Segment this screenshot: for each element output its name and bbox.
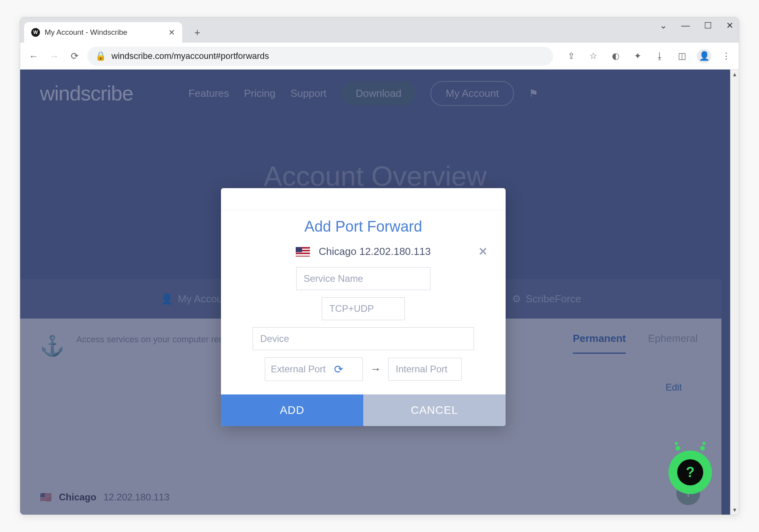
share-icon[interactable]: ⇪ [564, 49, 578, 63]
arrow-right-icon: → [370, 363, 381, 375]
protocol-select[interactable] [322, 297, 405, 320]
external-port-input[interactable] [271, 364, 330, 375]
modal-location-text: Chicago 12.202.180.113 [319, 245, 430, 258]
add-port-forward-modal: Add Port Forward Chicago 12.202.180.113 … [221, 188, 506, 426]
browser-toolbar: ← → ⟳ 🔒 windscribe.com/myaccount#portfor… [20, 43, 739, 70]
ports-row: ⟳ → [237, 357, 490, 381]
window-controls: ⌄ — ☐ ✕ [660, 21, 733, 31]
internal-port-input[interactable] [388, 358, 462, 381]
close-icon[interactable]: ✕ [726, 21, 733, 31]
minimize-icon[interactable]: — [681, 21, 690, 31]
modal-footer: ADD CANCEL [221, 394, 506, 426]
extension-windscribe-icon[interactable]: ◐ [608, 49, 623, 63]
url-text: windscribe.com/myaccount#portforwards [111, 51, 269, 61]
forward-button[interactable]: → [46, 48, 62, 64]
scrollbar-vertical[interactable]: ▲ ▼ [730, 70, 739, 515]
support-chat-button[interactable]: ? [668, 451, 712, 494]
modal-header [221, 188, 506, 210]
tab-title: My Account - Windscribe [45, 28, 164, 37]
maximize-icon[interactable]: ☐ [704, 21, 712, 31]
modal-title: Add Port Forward [237, 218, 490, 235]
viewport: windscribe Features Pricing Support Down… [20, 70, 739, 515]
tab-close-icon[interactable]: ✕ [168, 28, 175, 37]
side-panel-icon[interactable]: ◫ [675, 49, 689, 63]
new-tab-button[interactable]: + [189, 25, 205, 40]
flag-us-icon [296, 247, 310, 257]
extensions-icon[interactable]: ✦ [631, 49, 645, 63]
modal-location-row: Chicago 12.202.180.113 ✕ [237, 245, 490, 258]
scroll-down-icon[interactable]: ▼ [732, 505, 738, 515]
menu-icon[interactable]: ⋮ [719, 49, 733, 63]
downloads-icon[interactable]: ⭳ [653, 49, 667, 63]
profile-icon[interactable]: 👤 [697, 49, 711, 63]
favicon-icon: W [31, 28, 40, 37]
cancel-button[interactable]: CANCEL [363, 394, 506, 426]
address-bar[interactable]: 🔒 windscribe.com/myaccount#portforwards [87, 47, 553, 66]
bookmark-icon[interactable]: ☆ [586, 49, 600, 63]
browser-tab-active[interactable]: W My Account - Windscribe ✕ [24, 22, 182, 43]
external-port-field[interactable]: ⟳ [265, 357, 363, 381]
reload-button[interactable]: ⟳ [67, 48, 83, 64]
browser-window: W My Account - Windscribe ✕ + ⌄ — ☐ ✕ ← … [20, 17, 739, 515]
lock-icon: 🔒 [95, 51, 106, 61]
device-select[interactable] [253, 327, 474, 350]
add-button[interactable]: ADD [221, 394, 363, 426]
service-name-input[interactable] [296, 267, 430, 290]
refresh-icon[interactable]: ⟳ [334, 363, 343, 376]
back-button[interactable]: ← [26, 48, 42, 64]
modal-location-clear-icon[interactable]: ✕ [478, 245, 487, 258]
chat-bubble-icon: ? [677, 459, 703, 485]
tab-strip: W My Account - Windscribe ✕ + ⌄ — ☐ ✕ [20, 17, 739, 43]
chevron-down-icon[interactable]: ⌄ [660, 21, 667, 31]
scroll-up-icon[interactable]: ▲ [732, 70, 738, 79]
